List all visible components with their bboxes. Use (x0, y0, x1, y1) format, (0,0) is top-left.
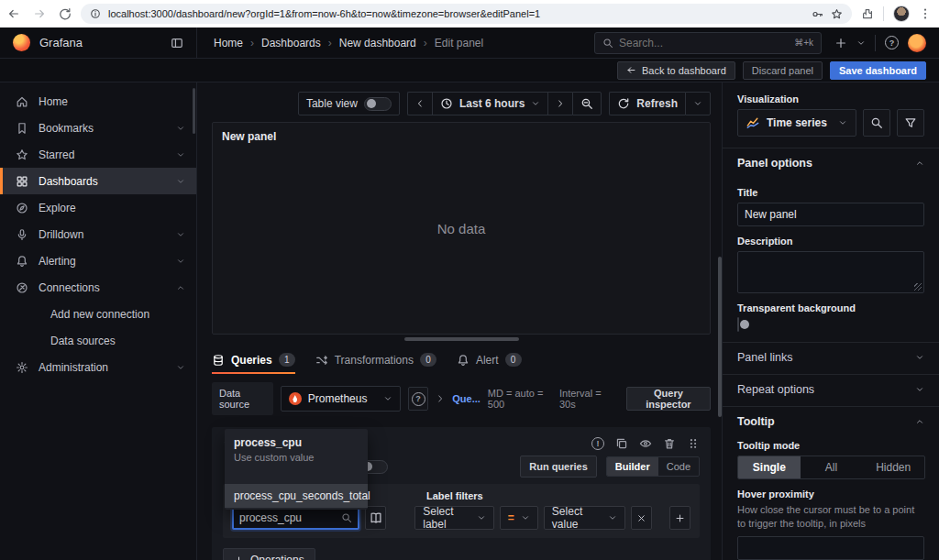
save-dashboard-button[interactable]: Save dashboard (830, 61, 926, 80)
chevron-down-icon (176, 230, 185, 239)
sidebar-item-connections[interactable]: Connections (0, 274, 196, 301)
tooltip-section[interactable]: Tooltip (737, 407, 924, 436)
breadcrumb-new-dashboard[interactable]: New dashboard (339, 37, 416, 49)
sidebar-item-bookmarks[interactable]: Bookmarks (0, 115, 196, 141)
visualization-picker[interactable]: Time series (737, 109, 856, 137)
sidebar-item-starred[interactable]: Starred (0, 141, 196, 168)
browser-back-icon[interactable] (7, 7, 20, 20)
browser-menu-icon[interactable] (919, 7, 932, 20)
breadcrumb-home[interactable]: Home (214, 37, 243, 49)
site-info-icon[interactable] (90, 8, 101, 19)
table-view-switch[interactable] (364, 97, 392, 111)
metric-input[interactable] (239, 511, 341, 524)
extensions-icon[interactable] (861, 7, 874, 20)
panel-options-section[interactable]: Panel options (737, 148, 924, 178)
tooltip-mode-label: Tooltip mode (737, 440, 924, 451)
operator-select[interactable]: = (500, 506, 538, 530)
query-inspector-button[interactable]: Query inspector (626, 387, 711, 411)
password-key-icon[interactable] (812, 8, 823, 20)
add-icon[interactable] (834, 37, 847, 49)
add-chevron-icon[interactable] (856, 38, 866, 48)
panel-resize-handle[interactable] (404, 337, 519, 341)
panel-links-section[interactable]: Panel links (737, 343, 924, 372)
transparent-background-toggle[interactable] (737, 317, 739, 332)
search-options-button[interactable] (863, 109, 890, 137)
metrics-explorer-button[interactable] (365, 506, 386, 530)
browser-url-bar[interactable]: localhost:3000/dashboard/new?orgId=1&fro… (81, 4, 852, 24)
sidebar-item-alerting[interactable]: Alerting (0, 247, 196, 274)
main-scrollbar[interactable] (718, 257, 722, 417)
run-queries-button[interactable]: Run queries (520, 456, 597, 478)
repeat-options-section[interactable]: Repeat options (737, 375, 924, 404)
tab-transformations[interactable]: Transformations 0 (315, 353, 436, 374)
sidebar-item-add-new-connection[interactable]: Add new connection (0, 301, 196, 327)
panel-toolbar: Table view Last 6 hours (212, 92, 711, 115)
sidebar-item-drilldown[interactable]: Drilldown (0, 221, 196, 247)
query-options-link[interactable]: Que... (452, 393, 481, 404)
drag-handle-icon[interactable] (687, 437, 700, 450)
filter-options-button[interactable] (897, 109, 924, 137)
panel-preview[interactable]: New panel No data (212, 122, 711, 335)
sidebar-item-dashboards[interactable]: Dashboards (0, 168, 196, 194)
label-select[interactable]: Select label (414, 506, 494, 530)
tooltip-mode-hidden[interactable]: Hidden (862, 456, 924, 478)
edit-panel-actions: Back to dashboard Discard panel Save das… (0, 59, 939, 82)
add-operations-button[interactable]: Operations (223, 548, 315, 560)
breadcrumb-dashboards[interactable]: Dashboards (261, 37, 321, 49)
sidebar-scrollbar[interactable] (193, 88, 195, 134)
panel-title-input[interactable] (737, 203, 924, 226)
autocomplete-option-metric[interactable]: process_cpu_seconds_total (225, 484, 368, 508)
hover-proximity-input[interactable] (737, 536, 924, 560)
table-view-toggle[interactable]: Table view (298, 92, 400, 115)
value-select[interactable]: Select value (544, 506, 626, 530)
tooltip-mode-all[interactable]: All (801, 456, 863, 478)
tab-alert[interactable]: Alert 0 (457, 353, 522, 374)
transformations-icon (315, 354, 328, 367)
back-to-dashboard-button[interactable]: Back to dashboard (617, 61, 735, 80)
zoom-out-time-button[interactable] (572, 92, 602, 115)
sidebar-item-data-sources[interactable]: Data sources (0, 327, 196, 354)
close-icon (636, 513, 646, 523)
global-search[interactable]: ⌘+k (594, 32, 822, 54)
sidebar-item-home[interactable]: Home (0, 88, 196, 115)
datasource-help-button[interactable]: ? (408, 387, 429, 411)
sidebar: Home Bookmarks Starred Dashboards Explor… (0, 82, 197, 560)
toggle-visibility-icon[interactable] (639, 437, 652, 450)
sidebar-item-administration[interactable]: Administration (0, 354, 196, 380)
code-mode-button[interactable]: Code (658, 457, 699, 476)
refresh-button[interactable]: Refresh (609, 92, 685, 115)
add-filter-button[interactable] (669, 506, 690, 530)
bookmark-star-icon[interactable] (831, 8, 843, 20)
transformations-count-badge: 0 (420, 353, 436, 367)
sidebar-item-explore[interactable]: Explore (0, 194, 196, 221)
help-icon[interactable]: ? (885, 36, 899, 49)
description-textarea[interactable] (737, 251, 924, 293)
query-warning-icon[interactable]: ! (591, 437, 604, 450)
discard-panel-button[interactable]: Discard panel (743, 61, 823, 80)
duplicate-query-icon[interactable] (615, 437, 628, 450)
datasource-picker[interactable]: Prometheus (281, 386, 401, 412)
browser-reload-icon[interactable] (59, 7, 72, 20)
time-range-picker[interactable]: Last 6 hours (432, 92, 547, 115)
query-options-chevron-icon[interactable] (436, 394, 445, 403)
tab-queries[interactable]: Queries 1 (212, 353, 295, 374)
description-label: Description (737, 236, 924, 247)
time-range-forward-button[interactable] (547, 92, 572, 115)
resize-grip-icon[interactable] (914, 283, 922, 291)
chevron-up-icon (915, 159, 924, 168)
chevron-down-icon (176, 257, 185, 266)
search-input[interactable] (619, 37, 789, 49)
grafana-logo[interactable] (13, 34, 30, 51)
tooltip-mode-single[interactable]: Single (738, 456, 801, 478)
remove-filter-button[interactable] (631, 506, 652, 530)
builder-mode-button[interactable]: Builder (607, 457, 658, 476)
user-avatar[interactable] (908, 34, 926, 52)
refresh-interval-button[interactable] (685, 92, 711, 115)
browser-profile-avatar[interactable] (893, 5, 910, 22)
browser-forward-icon[interactable] (33, 7, 46, 20)
autocomplete-option-custom[interactable]: process_cpu Use custom value (225, 429, 368, 471)
time-range-back-button[interactable] (407, 92, 432, 115)
delete-query-icon[interactable] (663, 437, 676, 450)
browser-url[interactable]: localhost:3000/dashboard/new?orgId=1&fro… (108, 8, 804, 19)
dock-sidebar-icon[interactable] (171, 37, 183, 49)
